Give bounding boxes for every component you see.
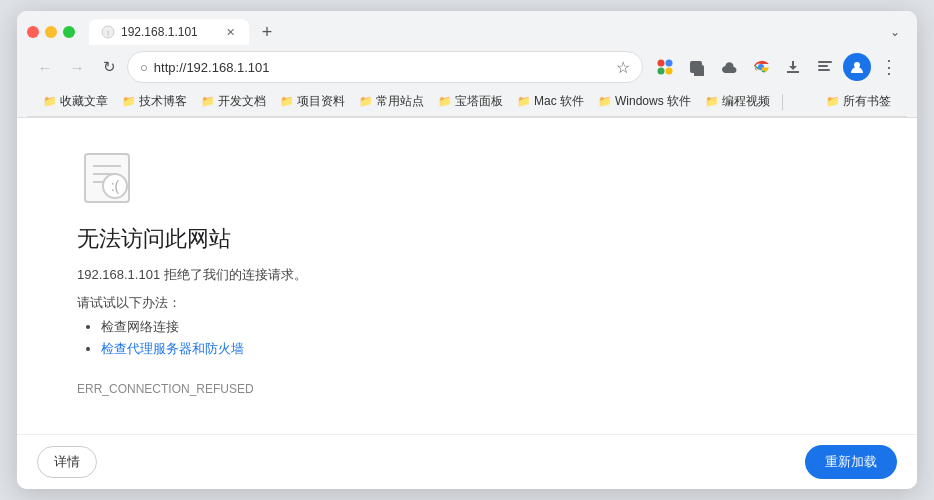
profile-button[interactable] [843,53,871,81]
forward-button[interactable]: → [63,53,91,81]
error-description: 192.168.1.101 拒绝了我们的连接请求。 [77,266,857,284]
bookmarks-separator [782,94,783,110]
bookmarks-all-label: 所有书签 [843,93,891,110]
address-input[interactable] [154,60,610,75]
svg-point-2 [658,60,665,67]
bookmark-item[interactable]: 📁 项目资料 [274,91,351,112]
folder-icon: 📁 [122,95,136,108]
bookmark-label: 常用站点 [376,93,424,110]
page-footer: 详情 重新加载 [17,434,917,489]
svg-rect-7 [787,71,799,73]
svg-text::(: :( [111,178,120,194]
folder-icon: 📁 [43,95,57,108]
bookmark-item[interactable]: 📁 宝塔面板 [432,91,509,112]
folder-icon: 📁 [705,95,719,108]
folder-icon: 📁 [517,95,531,108]
svg-text:!: ! [107,29,109,38]
tab-close-button[interactable]: ✕ [223,25,237,39]
error-suggestions-intro: 请试试以下办法： [77,294,857,312]
bookmark-label: Mac 软件 [534,93,584,110]
minimize-window-button[interactable] [45,26,57,38]
folder-icon: 📁 [826,95,840,108]
bookmark-star-button[interactable]: ☆ [616,58,630,77]
bookmark-label: 项目资料 [297,93,345,110]
tab-search-button[interactable] [811,53,839,81]
folder-icon: 📁 [201,95,215,108]
toolbar-icons: ⋮ [651,53,903,81]
address-bar-wrap: ○ ☆ [127,51,643,83]
error-code: ERR_CONNECTION_REFUSED [77,382,857,396]
proxy-firewall-link[interactable]: 检查代理服务器和防火墙 [101,341,244,356]
svg-rect-8 [818,61,832,63]
error-page-icon: :( [77,148,137,208]
bookmarks-bar: 📁 收藏文章 📁 技术博客 📁 开发文档 📁 项目资料 📁 常用站点 📁 [27,89,907,117]
bookmark-item[interactable]: 📁 技术博客 [116,91,193,112]
svg-rect-10 [818,69,830,71]
reload-button[interactable]: ↻ [95,53,123,81]
svg-point-5 [666,68,673,75]
folder-icon: 📁 [598,95,612,108]
reload-page-button[interactable]: 重新加载 [805,445,897,479]
page-content: :( 无法访问此网站 192.168.1.101 拒绝了我们的连接请求。 请试试… [17,118,917,434]
folder-icon: 📁 [280,95,294,108]
back-button[interactable]: ← [31,53,59,81]
bookmark-item[interactable]: 📁 收藏文章 [37,91,114,112]
bookmark-label: 编程视频 [722,93,770,110]
browser-window: ! 192.168.1.101 ✕ + ⌄ ← → ↻ ○ ☆ [17,11,917,489]
tab-list-button[interactable]: ⌄ [883,20,907,44]
svg-rect-9 [818,65,828,67]
tab-title: 192.168.1.101 [121,25,217,39]
svg-point-3 [666,60,673,67]
tab-end-controls: ⌄ [883,20,907,44]
title-bar: ! 192.168.1.101 ✕ + ⌄ ← → ↻ ○ ☆ [17,11,917,118]
folder-icon: 📁 [438,95,452,108]
maximize-window-button[interactable] [63,26,75,38]
bookmark-item[interactable]: 📁 Windows 软件 [592,91,697,112]
error-suggestion-item: 检查网络连接 [101,318,857,336]
bookmark-label: 宝塔面板 [455,93,503,110]
bookmark-label: 技术博客 [139,93,187,110]
suggestion-check-network: 检查网络连接 [101,319,179,334]
tab-favicon-icon: ! [101,25,115,39]
bookmark-item[interactable]: 📁 编程视频 [699,91,776,112]
bookmark-label: 收藏文章 [60,93,108,110]
cloudy-button[interactable] [715,53,743,81]
error-suggestion-item: 检查代理服务器和防火墙 [101,340,857,358]
active-tab[interactable]: ! 192.168.1.101 ✕ [89,19,249,45]
bookmark-item[interactable]: 📁 开发文档 [195,91,272,112]
google-apps-button[interactable] [651,53,679,81]
bookmark-label: Windows 软件 [615,93,691,110]
extensions-button[interactable] [683,53,711,81]
svg-point-4 [658,68,665,75]
details-button[interactable]: 详情 [37,446,97,478]
tab-row: ! 192.168.1.101 ✕ + ⌄ [27,19,907,45]
bookmark-label: 开发文档 [218,93,266,110]
bookmark-item[interactable]: 📁 Mac 软件 [511,91,590,112]
download-button[interactable] [779,53,807,81]
window-controls [27,26,75,38]
bookmark-item[interactable]: 📁 常用站点 [353,91,430,112]
close-window-button[interactable] [27,26,39,38]
folder-icon: 📁 [359,95,373,108]
address-bar-row: ← → ↻ ○ ☆ [27,45,907,89]
chrome-button[interactable] [747,53,775,81]
error-suggestions-list: 检查网络连接 检查代理服务器和防火墙 [77,318,857,362]
site-info-icon: ○ [140,60,148,75]
menu-button[interactable]: ⋮ [875,53,903,81]
error-title: 无法访问此网站 [77,224,857,254]
bookmarks-all-button[interactable]: 📁 所有书签 [820,91,897,112]
new-tab-button[interactable]: + [255,20,279,44]
